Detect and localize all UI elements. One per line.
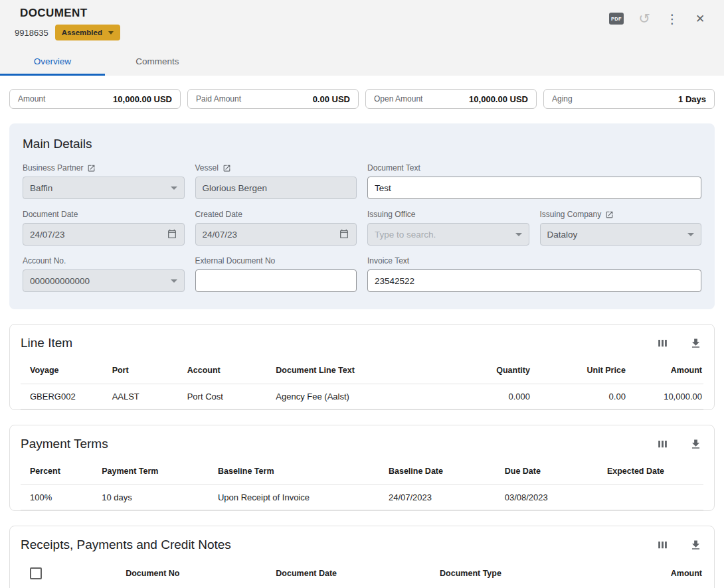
column-header-baseline-date: Baseline Date <box>386 460 502 485</box>
chevron-down-icon <box>108 31 114 35</box>
payment-terms-section: Payment Terms Percent Payment Term Basel <box>9 425 715 511</box>
line-item-section: Line Item Voyage Port Account <box>9 324 715 410</box>
download-button[interactable] <box>687 335 703 351</box>
status-badge-label: Assembled <box>62 29 102 37</box>
external-link-icon[interactable] <box>87 164 96 173</box>
more-options-button[interactable]: ⋮ <box>663 9 681 28</box>
table-row[interactable]: GBERG002 AALST Port Cost Agency Fee (Aal… <box>21 384 703 409</box>
cell-expected-date <box>604 485 703 510</box>
cell-account: Port Cost <box>185 384 274 409</box>
download-button[interactable] <box>687 537 703 553</box>
chevron-down-icon <box>171 186 177 190</box>
summary-value: 10,000.00 USD <box>469 94 528 104</box>
columns-button[interactable] <box>654 537 670 553</box>
field-vessel: Vessel Glorious Bergen <box>195 163 357 199</box>
receipts-section: Receipts, Payments and Credit Notes <box>9 526 715 588</box>
calendar-icon <box>339 229 349 240</box>
close-button[interactable]: ✕ <box>691 9 709 28</box>
document-text-input[interactable] <box>367 177 701 199</box>
issuing-office-label: Issuing Office <box>367 210 415 219</box>
document-date-field: 24/07/23 <box>23 223 185 246</box>
external-document-no-input[interactable] <box>195 269 357 292</box>
document-text-label: Document Text <box>367 163 420 173</box>
column-header-amount: Amount <box>628 359 703 384</box>
table-header-row: Percent Payment Term Baseline Term Basel… <box>21 460 703 485</box>
column-header-account: Account <box>185 359 274 384</box>
pdf-button[interactable]: PDF <box>607 9 626 28</box>
receipts-table: Document No Document Date Document Type … <box>21 561 703 588</box>
document-number: 9918635 <box>15 28 48 38</box>
summary-label: Open Amount <box>374 94 422 104</box>
summary-value: 10,000.00 USD <box>113 94 172 104</box>
header-left: DOCUMENT 9918635 Assembled <box>15 7 120 40</box>
tab-bar: Overview Comments <box>0 48 724 76</box>
summary-card-amount: Amount 10,000.00 USD <box>9 89 181 109</box>
calendar-icon <box>167 229 177 240</box>
select-all-cell <box>21 561 123 588</box>
section-title: Payment Terms <box>21 437 108 451</box>
download-button[interactable] <box>687 436 703 452</box>
summary-value: 0.00 USD <box>313 94 350 104</box>
column-header-voyage: Voyage <box>21 359 110 384</box>
column-header-amount: Amount <box>601 561 703 588</box>
issuing-company-select: Dataloy <box>540 223 702 246</box>
summary-card-aging: Aging 1 Days <box>543 89 715 109</box>
table-row[interactable]: 100% 10 days Upon Receipt of Invoice 24/… <box>21 485 703 510</box>
column-header-percent: Percent <box>21 460 99 485</box>
invoice-text-input[interactable] <box>367 269 701 292</box>
page-title: DOCUMENT <box>15 7 120 20</box>
column-header-unit-price: Unit Price <box>533 359 628 384</box>
cell-due-date: 03/08/2023 <box>502 485 604 510</box>
close-icon: ✕ <box>695 12 705 26</box>
field-account-no: Account No. 000000000000 <box>23 256 185 292</box>
header-actions: PDF ↺ ⋮ ✕ <box>607 9 709 28</box>
columns-button[interactable] <box>654 335 670 351</box>
cell-port: AALST <box>110 384 185 409</box>
kebab-menu-icon: ⋮ <box>666 11 679 27</box>
field-document-text: Document Text <box>367 163 701 199</box>
history-button[interactable]: ↺ <box>635 9 654 28</box>
line-item-table: Voyage Port Account Document Line Text Q… <box>21 359 703 409</box>
table-header-row: Voyage Port Account Document Line Text Q… <box>21 359 703 384</box>
columns-icon <box>656 539 669 551</box>
tab-comments[interactable]: Comments <box>105 48 210 76</box>
vessel-field: Glorious Bergen <box>195 177 357 199</box>
cell-baseline-term: Upon Receipt of Invoice <box>215 485 386 510</box>
cell-document-line-text: Agency Fee (Aalst) <box>273 384 458 409</box>
pdf-icon: PDF <box>609 13 624 25</box>
column-header-document-type: Document Type <box>437 561 601 588</box>
vessel-label: Vessel <box>195 163 219 173</box>
document-date-label: Document Date <box>23 210 78 219</box>
column-header-port: Port <box>110 359 185 384</box>
payment-terms-table: Percent Payment Term Baseline Term Basel… <box>21 460 703 510</box>
column-header-baseline-term: Baseline Term <box>215 460 386 485</box>
select-all-checkbox[interactable] <box>30 567 42 579</box>
status-badge[interactable]: Assembled <box>55 25 120 40</box>
external-link-icon[interactable] <box>605 210 614 219</box>
field-created-date: Created Date 24/07/23 <box>195 210 357 246</box>
column-header-document-date: Document Date <box>273 561 437 588</box>
account-no-label: Account No. <box>23 256 66 265</box>
main-details-section: Main Details Business Partner Baffin Ves… <box>9 123 715 309</box>
column-header-document-no: Document No <box>123 561 273 588</box>
tab-overview[interactable]: Overview <box>0 48 105 76</box>
summary-label: Amount <box>18 94 45 104</box>
summary-card-open-amount: Open Amount 10,000.00 USD <box>365 89 537 109</box>
columns-button[interactable] <box>654 436 670 452</box>
columns-icon <box>656 337 669 350</box>
created-date-label: Created Date <box>195 210 242 219</box>
external-link-icon[interactable] <box>223 164 231 173</box>
section-title: Receipts, Payments and Credit Notes <box>21 538 231 552</box>
field-invoice-text: Invoice Text <box>367 256 701 292</box>
cell-payment-term: 10 days <box>99 485 215 510</box>
column-header-expected-date: Expected Date <box>604 460 703 485</box>
chevron-down-icon <box>171 279 177 283</box>
summary-label: Paid Amount <box>196 94 241 104</box>
section-title: Line Item <box>21 336 72 350</box>
issuing-company-label: Issuing Company <box>540 210 602 219</box>
issuing-office-combobox[interactable]: Type to search. <box>367 223 529 246</box>
column-header-due-date: Due Date <box>502 460 604 485</box>
field-issuing-company: Issuing Company Dataloy <box>540 210 702 246</box>
summary-value: 1 Days <box>678 94 706 104</box>
column-header-quantity: Quantity <box>458 359 533 384</box>
